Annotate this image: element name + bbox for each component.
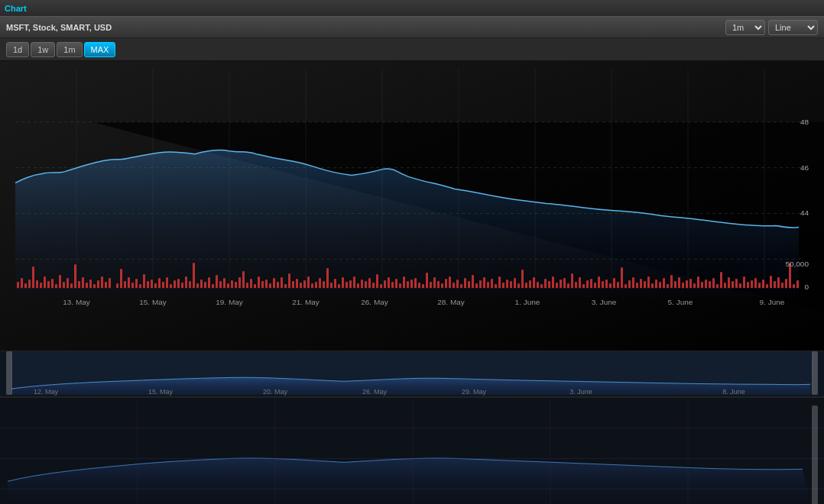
svg-rect-167 — [594, 283, 596, 288]
svg-rect-187 — [670, 275, 673, 288]
svg-rect-151 — [533, 277, 535, 288]
svg-text:0: 0 — [804, 283, 809, 291]
svg-rect-207 — [747, 282, 749, 288]
svg-rect-124 — [430, 282, 432, 288]
svg-rect-212 — [766, 284, 768, 288]
svg-rect-43 — [120, 269, 122, 288]
svg-rect-244 — [11, 351, 813, 395]
svg-rect-70 — [223, 278, 225, 288]
svg-rect-26 — [51, 279, 54, 288]
svg-rect-73 — [235, 282, 237, 288]
svg-rect-162 — [575, 282, 577, 288]
svg-rect-64 — [200, 279, 203, 288]
svg-rect-148 — [521, 270, 524, 288]
svg-rect-172 — [613, 278, 615, 288]
svg-rect-47 — [135, 279, 138, 288]
svg-rect-59 — [181, 283, 183, 288]
svg-rect-99 — [334, 279, 336, 288]
svg-rect-182 — [651, 283, 654, 288]
svg-rect-57 — [174, 280, 176, 288]
svg-rect-95 — [319, 278, 321, 288]
main-chart[interactable]: 48 46 44 50,000 0 13. May 15. May 19. Ma… — [0, 61, 824, 351]
svg-rect-110 — [376, 274, 378, 288]
svg-rect-90 — [300, 283, 302, 288]
svg-rect-78 — [254, 284, 256, 288]
svg-rect-32 — [74, 264, 76, 288]
svg-rect-56 — [170, 284, 172, 288]
svg-rect-216 — [781, 283, 783, 288]
svg-rect-201 — [724, 283, 726, 288]
svg-rect-122 — [422, 284, 424, 288]
svg-rect-203 — [732, 281, 734, 288]
range-1m-button[interactable]: 1m — [57, 42, 82, 57]
svg-rect-105 — [357, 283, 359, 288]
svg-rect-87 — [288, 273, 290, 288]
svg-rect-176 — [628, 280, 631, 288]
svg-rect-19 — [24, 283, 27, 288]
svg-rect-180 — [644, 281, 646, 288]
svg-rect-194 — [697, 276, 699, 288]
svg-rect-116 — [399, 283, 401, 288]
svg-rect-127 — [441, 283, 443, 288]
svg-rect-68 — [216, 275, 218, 288]
svg-rect-205 — [739, 283, 741, 288]
svg-rect-100 — [338, 284, 340, 288]
range-max-button[interactable]: MAX — [84, 42, 116, 57]
svg-rect-85 — [281, 277, 283, 288]
chart-type-select[interactable]: Line Bar Candle — [768, 20, 818, 35]
navigator[interactable]: 12. May 15. May 20. May 26. May 29. May … — [0, 351, 824, 397]
svg-text:21. May: 21. May — [292, 298, 320, 306]
svg-rect-69 — [219, 281, 222, 288]
svg-rect-159 — [563, 278, 566, 288]
range-1w-button[interactable]: 1w — [31, 42, 55, 57]
svg-rect-192 — [689, 279, 692, 288]
svg-rect-214 — [774, 281, 776, 288]
svg-text:19. May: 19. May — [216, 298, 243, 306]
svg-rect-112 — [384, 280, 386, 288]
svg-rect-74 — [238, 277, 241, 288]
svg-rect-128 — [445, 279, 447, 288]
svg-rect-130 — [453, 283, 455, 288]
time-range-bar: 1d 1w 1m MAX — [0, 38, 824, 61]
svg-rect-71 — [227, 283, 229, 288]
svg-rect-144 — [506, 279, 508, 288]
svg-rect-209 — [754, 278, 757, 288]
svg-rect-166 — [590, 279, 592, 288]
svg-rect-132 — [460, 284, 462, 288]
svg-rect-179 — [640, 279, 642, 288]
svg-rect-173 — [617, 282, 619, 288]
svg-rect-24 — [44, 276, 46, 288]
svg-rect-245 — [6, 351, 12, 395]
svg-rect-30 — [67, 278, 69, 288]
svg-rect-137 — [479, 280, 482, 288]
svg-rect-157 — [556, 283, 558, 288]
svg-text:50,000: 50,000 — [785, 260, 809, 268]
svg-rect-34 — [82, 277, 84, 288]
svg-rect-86 — [284, 284, 287, 288]
svg-rect-96 — [323, 281, 325, 288]
range-1d-button[interactable]: 1d — [6, 42, 29, 57]
svg-rect-45 — [128, 277, 130, 288]
svg-rect-174 — [621, 267, 623, 288]
svg-rect-131 — [456, 279, 459, 288]
app-title: Chart — [5, 4, 27, 13]
svg-rect-138 — [483, 277, 485, 288]
svg-rect-181 — [647, 276, 650, 288]
symbol-info: MSFT, Stock, SMART, USD — [6, 23, 112, 32]
svg-rect-101 — [342, 277, 344, 288]
svg-rect-197 — [709, 281, 711, 288]
svg-rect-202 — [728, 277, 730, 288]
svg-rect-146 — [514, 278, 516, 288]
svg-rect-154 — [544, 279, 547, 288]
svg-text:13. May: 13. May — [63, 298, 90, 306]
svg-rect-108 — [368, 278, 371, 288]
svg-rect-129 — [449, 276, 451, 288]
svg-rect-53 — [158, 278, 161, 288]
svg-rect-28 — [59, 275, 61, 288]
svg-text:26. May: 26. May — [361, 298, 388, 306]
svg-rect-170 — [605, 279, 608, 288]
svg-text:48: 48 — [800, 118, 809, 126]
svg-rect-142 — [498, 276, 501, 288]
svg-rect-204 — [735, 279, 738, 288]
timeframe-select[interactable]: 1m 5m 15m 1h — [725, 20, 765, 35]
